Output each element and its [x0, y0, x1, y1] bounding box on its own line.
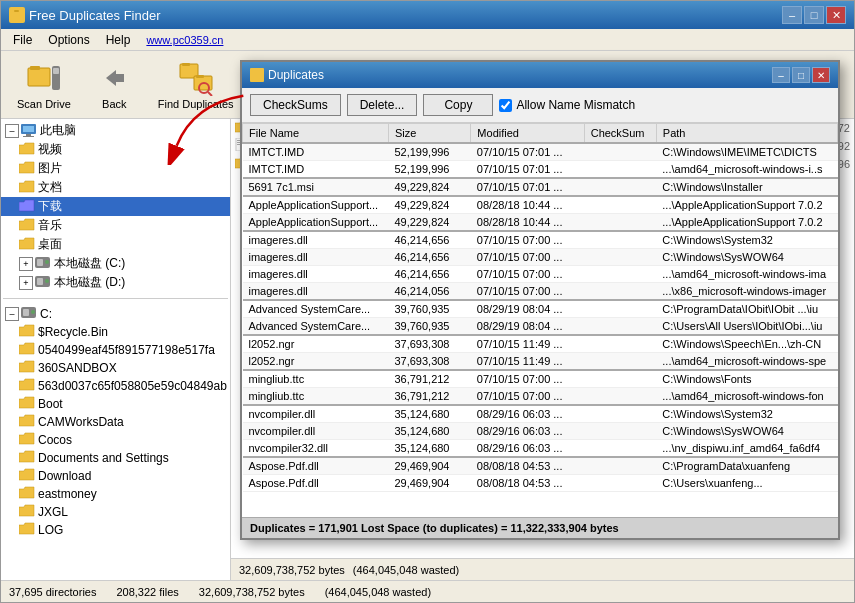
cell-filename: Aspose.Pdf.dll [243, 475, 389, 492]
maximize-button[interactable]: □ [804, 6, 824, 24]
delete-button[interactable]: Delete... [347, 94, 418, 116]
tree-item-0540[interactable]: 0540499eaf45f891577198e517fa [1, 341, 230, 359]
tree-item-eastmoney[interactable]: eastmoney [1, 485, 230, 503]
menu-file[interactable]: File [5, 31, 40, 49]
table-row[interactable]: AppleApplicationSupport... 49,229,824 08… [243, 214, 838, 232]
cell-modified: 08/28/18 10:44 ... [471, 196, 584, 214]
label-camworks: CAMWorksData [38, 415, 124, 429]
copy-button[interactable]: Copy [423, 94, 493, 116]
tree-item-jxgl[interactable]: JXGL [1, 503, 230, 521]
cell-checksum [584, 475, 656, 492]
table-row[interactable]: mingliub.ttc 36,791,212 07/10/15 07:00 .… [243, 370, 838, 388]
folder-icon-cocos [19, 432, 35, 448]
tree-item-log[interactable]: LOG [1, 521, 230, 539]
tree-label-ddrive: 本地磁盘 (D:) [54, 274, 125, 291]
cell-modified: 07/10/15 07:00 ... [471, 266, 584, 283]
website-url[interactable]: www.pc0359.cn [146, 34, 223, 46]
cell-filename: nvcompiler.dll [243, 423, 389, 440]
folder-icon-eastmoney [19, 486, 35, 502]
tree-item-cocos[interactable]: Cocos [1, 431, 230, 449]
allow-name-mismatch-checkbox[interactable] [499, 99, 512, 112]
table-row[interactable]: l2052.ngr 37,693,308 07/10/15 11:49 ... … [243, 353, 838, 371]
folder-icon-jxgl [19, 504, 35, 520]
svg-rect-3 [30, 66, 40, 70]
cell-checksum [584, 231, 656, 249]
tree-item-downloads[interactable]: 下载 [1, 197, 230, 216]
tree-item-360[interactable]: 360SANDBOX [1, 359, 230, 377]
table-row[interactable]: 5691 7c1.msi 49,229,824 07/10/15 07:01 .… [243, 178, 838, 196]
table-row[interactable]: IMTCT.IMD 52,199,996 07/10/15 07:01 ... … [243, 143, 838, 161]
scan-drive-button[interactable]: Scan Drive [9, 56, 79, 114]
tree-item-pictures[interactable]: 图片 [1, 159, 230, 178]
table-row[interactable]: l2052.ngr 37,693,308 07/10/15 11:49 ... … [243, 335, 838, 353]
table-row[interactable]: nvcompiler.dll 35,124,680 08/29/16 06:03… [243, 423, 838, 440]
tree-item-download[interactable]: Download [1, 467, 230, 485]
cell-path: C:\Windows\Speech\En...\zh-CN [656, 335, 837, 353]
tree-item-video[interactable]: 视频 [1, 140, 230, 159]
modal-table-container: File Name Size Modified CheckSum Path IM… [242, 123, 838, 517]
expander-cdrive[interactable]: + [19, 257, 33, 271]
modal-close-button[interactable]: ✕ [812, 67, 830, 83]
modal-title: Duplicates [268, 68, 324, 82]
cell-modified: 07/10/15 11:49 ... [471, 335, 584, 353]
tree-item-563[interactable]: 563d0037c65f058805e59c04849ab [1, 377, 230, 395]
cell-filename: IMTCT.IMD [243, 143, 389, 161]
table-row[interactable]: AppleApplicationSupport... 49,229,824 08… [243, 196, 838, 214]
cell-filename: imageres.dll [243, 249, 389, 266]
find-duplicates-button[interactable]: Find Duplicates [150, 56, 242, 114]
cell-size: 49,229,824 [388, 178, 470, 196]
tree-item-recycle[interactable]: $Recycle.Bin [1, 323, 230, 341]
tree-separator [3, 298, 228, 299]
cell-filename: Advanced SystemCare... [243, 300, 389, 318]
tree-item-desktop[interactable]: 桌面 [1, 235, 230, 254]
tree-item-boot[interactable]: Boot [1, 395, 230, 413]
cell-checksum [584, 457, 656, 475]
modal-status-text: Duplicates = 171,901 Lost Space (to dupl… [250, 522, 619, 534]
cell-modified: 07/10/15 07:00 ... [471, 231, 584, 249]
minimize-button[interactable]: – [782, 6, 802, 24]
table-row[interactable]: mingliub.ttc 36,791,212 07/10/15 07:00 .… [243, 388, 838, 406]
tree-item-computer[interactable]: – 此电脑 [1, 121, 230, 140]
cell-modified: 08/29/16 06:03 ... [471, 405, 584, 423]
tree-item-ddrive[interactable]: + 本地磁盘 (D:) [1, 273, 230, 292]
expander-c-root[interactable]: – [5, 307, 19, 321]
status-dirs: 37,695 directories [9, 586, 96, 598]
modal-minimize-button[interactable]: – [772, 67, 790, 83]
expander-computer[interactable]: – [5, 124, 19, 138]
table-row[interactable]: Aspose.Pdf.dll 29,469,904 08/08/18 04:53… [243, 475, 838, 492]
back-button[interactable]: Back [87, 56, 142, 114]
tree-item-music[interactable]: 音乐 [1, 216, 230, 235]
cell-filename: l2052.ngr [243, 353, 389, 371]
table-row[interactable]: nvcompiler32.dll 35,124,680 08/29/16 06:… [243, 440, 838, 458]
folder-icon-563 [19, 378, 35, 394]
tree-item-documents[interactable]: 文档 [1, 178, 230, 197]
checksums-button[interactable]: CheckSums [250, 94, 341, 116]
cell-path: C:\ProgramData\IObit\IObit ...\iu [656, 300, 837, 318]
cell-path: C:\Windows\SysWOW64 [656, 249, 837, 266]
svg-rect-2 [28, 68, 50, 86]
folder-icon-camworks [19, 414, 35, 430]
tree-item-c-root[interactable]: – C: [1, 305, 230, 323]
menu-options[interactable]: Options [40, 31, 97, 49]
table-row[interactable]: Advanced SystemCare... 39,760,935 08/29/… [243, 318, 838, 336]
tree-item-cdrive[interactable]: + 本地磁盘 (C:) [1, 254, 230, 273]
tree-item-docsettings[interactable]: Documents and Settings [1, 449, 230, 467]
expander-ddrive[interactable]: + [19, 276, 33, 290]
table-row[interactable]: imageres.dll 46,214,656 07/10/15 07:00 .… [243, 231, 838, 249]
table-row[interactable]: IMTCT.IMD 52,199,996 07/10/15 07:01 ... … [243, 161, 838, 179]
cell-size: 35,124,680 [388, 405, 470, 423]
close-button[interactable]: ✕ [826, 6, 846, 24]
table-row[interactable]: imageres.dll 46,214,056 07/10/15 07:00 .… [243, 283, 838, 301]
table-row[interactable]: Aspose.Pdf.dll 29,469,904 08/08/18 04:53… [243, 457, 838, 475]
tree-item-camworks[interactable]: CAMWorksData [1, 413, 230, 431]
modal-maximize-button[interactable]: □ [792, 67, 810, 83]
table-row[interactable]: nvcompiler.dll 35,124,680 08/29/16 06:03… [243, 405, 838, 423]
status-bar: 37,695 directories 208,322 files 32,609,… [1, 580, 854, 602]
cell-path: C:\Windows\Installer [656, 178, 837, 196]
col-size: Size [388, 124, 470, 144]
cell-checksum [584, 143, 656, 161]
table-row[interactable]: imageres.dll 46,214,656 07/10/15 07:00 .… [243, 249, 838, 266]
table-row[interactable]: imageres.dll 46,214,656 07/10/15 07:00 .… [243, 266, 838, 283]
menu-help[interactable]: Help [98, 31, 139, 49]
table-row[interactable]: Advanced SystemCare... 39,760,935 08/29/… [243, 300, 838, 318]
